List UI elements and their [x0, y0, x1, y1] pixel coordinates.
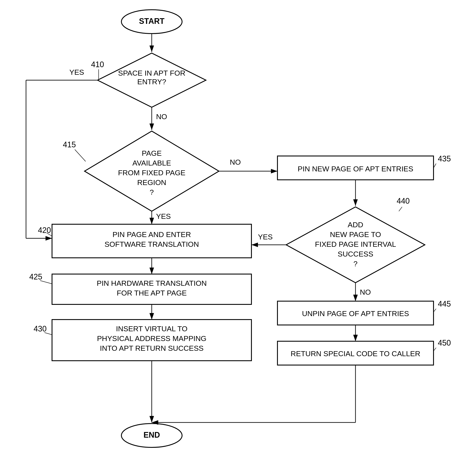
- diamond-410: SPACE IN APT FOR: [118, 69, 185, 77]
- label-no-415: NO: [230, 158, 241, 166]
- label-yes-410: YES: [69, 68, 84, 76]
- label-no-410: NO: [156, 112, 167, 121]
- svg-text:AVAILABLE: AVAILABLE: [132, 159, 171, 167]
- svg-line-39: [399, 207, 402, 211]
- box-445: UNPIN PAGE OF APT ENTRIES: [302, 309, 409, 318]
- svg-line-15: [75, 150, 86, 161]
- diamond-415: PAGE: [142, 149, 162, 157]
- svg-text:?: ?: [354, 259, 358, 268]
- box-420: PIN PAGE AND ENTER: [112, 230, 191, 239]
- end-node: END: [144, 431, 160, 439]
- svg-text:FOR THE APT PAGE: FOR THE APT PAGE: [117, 289, 187, 297]
- svg-text:?: ?: [150, 188, 154, 196]
- svg-text:FIXED PAGE INTERVAL: FIXED PAGE INTERVAL: [315, 240, 396, 248]
- svg-text:SOFTWARE TRANSLATION: SOFTWARE TRANSLATION: [104, 240, 199, 248]
- svg-line-29: [44, 333, 52, 335]
- flowchart: START SPACE IN APT FOR ENTRY? 410 NO YES…: [0, 0, 476, 458]
- ref-430: 430: [34, 324, 47, 333]
- ref-440: 440: [397, 197, 410, 205]
- ref-445: 445: [438, 300, 451, 308]
- svg-text:PHYSICAL ADDRESS MAPPING: PHYSICAL ADDRESS MAPPING: [97, 334, 206, 342]
- svg-line-24: [40, 281, 52, 284]
- diamond-440: ADD: [348, 221, 363, 229]
- box-450: RETURN SPECIAL CODE TO CALLER: [291, 350, 420, 358]
- svg-text:INTO APT RETURN SUCCESS: INTO APT RETURN SUCCESS: [100, 344, 204, 352]
- box-430: INSERT VIRTUAL TO: [116, 325, 187, 333]
- ref-435: 435: [438, 154, 451, 163]
- label-yes-415: YES: [156, 212, 171, 220]
- svg-text:NEW PAGE TO: NEW PAGE TO: [330, 230, 381, 239]
- svg-text:FROM FIXED PAGE: FROM FIXED PAGE: [118, 168, 185, 177]
- start-node: START: [139, 17, 164, 25]
- svg-text:ENTRY?: ENTRY?: [137, 78, 166, 86]
- box-435: PIN NEW PAGE OF APT ENTRIES: [298, 165, 413, 173]
- label-no-440: NO: [360, 288, 371, 296]
- ref-420: 420: [38, 226, 51, 235]
- label-yes-440: YES: [258, 233, 273, 241]
- ref-410: 410: [91, 60, 104, 69]
- ref-450: 450: [438, 338, 451, 347]
- svg-text:SUCCESS: SUCCESS: [338, 250, 373, 258]
- ref-425: 425: [29, 272, 42, 281]
- ref-415: 415: [63, 140, 76, 149]
- svg-text:REGION: REGION: [137, 178, 166, 187]
- box-425: PIN HARDWARE TRANSLATION: [97, 279, 207, 287]
